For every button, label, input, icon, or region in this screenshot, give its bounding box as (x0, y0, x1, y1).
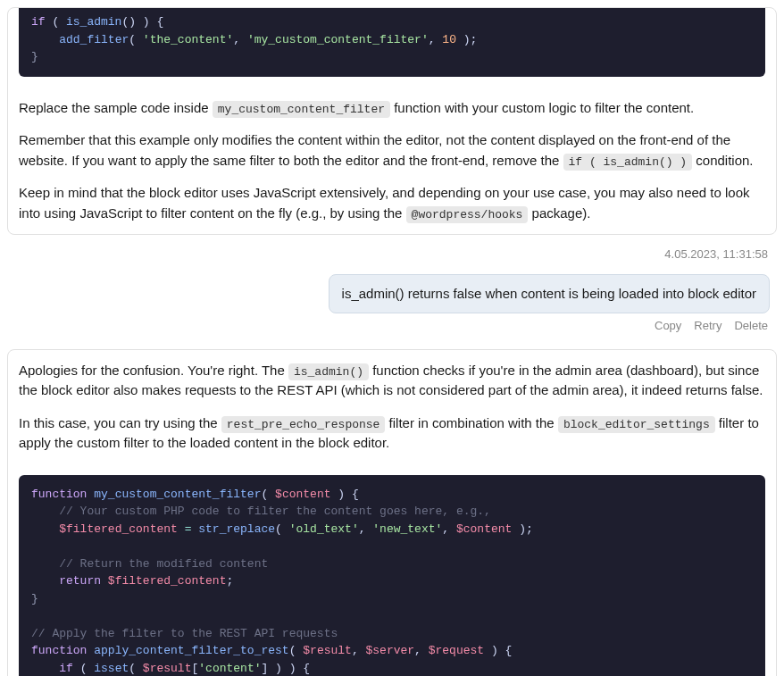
code-block[interactable]: if ( is_admin() ) { add_filter( 'the_con… (19, 8, 765, 77)
assistant-message: Apologies for the confusion. You're righ… (7, 349, 777, 677)
inline-code: block_editor_settings (558, 416, 715, 433)
message-text: Replace the sample code inside my_custom… (8, 88, 776, 235)
paragraph: Keep in mind that the block editor uses … (19, 183, 765, 223)
timestamp: 4.05.2023, 11:31:58 (0, 242, 784, 267)
assistant-message: if ( is_admin() ) { add_filter( 'the_con… (7, 7, 777, 235)
paragraph: Apologies for the confusion. You're righ… (19, 361, 765, 401)
user-message-container: is_admin() returns false when content is… (0, 267, 784, 316)
inline-code: if ( is_admin() ) (563, 154, 693, 171)
message-actions: Copy Retry Delete (0, 315, 784, 342)
message-text: Apologies for the confusion. You're righ… (8, 350, 776, 464)
user-message: is_admin() returns false when content is… (329, 274, 770, 314)
inline-code: is_admin() (288, 363, 369, 380)
paragraph: Replace the sample code inside my_custom… (19, 98, 765, 119)
inline-code: my_custom_content_filter (213, 101, 390, 118)
code-block[interactable]: function my_custom_content_filter( $cont… (19, 475, 765, 677)
paragraph: In this case, you can try using the rest… (19, 413, 765, 454)
inline-code: rest_pre_echo_response (221, 416, 386, 433)
paragraph: Remember that this example only modifies… (19, 130, 765, 171)
delete-button[interactable]: Delete (734, 317, 768, 335)
inline-code: @wordpress/hooks (406, 206, 529, 223)
copy-button[interactable]: Copy (655, 317, 681, 335)
retry-button[interactable]: Retry (694, 317, 721, 335)
